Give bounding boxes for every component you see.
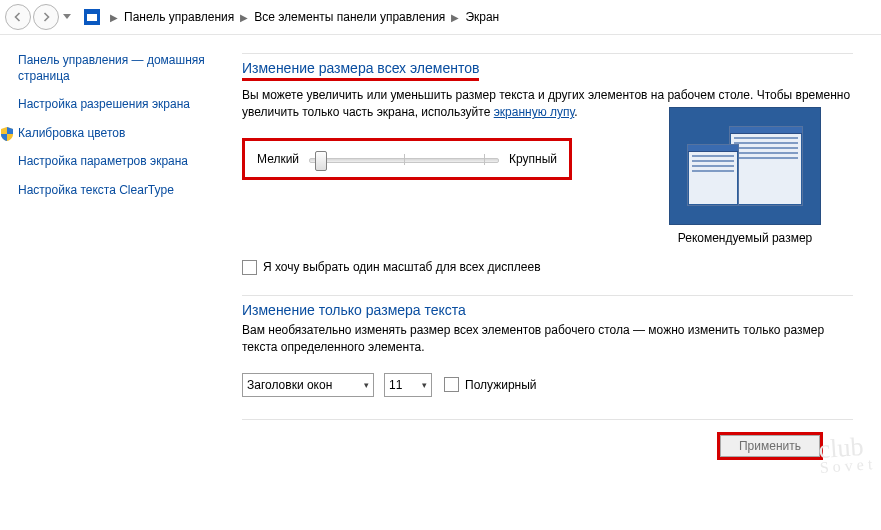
breadcrumb-item[interactable]: Экран <box>465 10 499 24</box>
slider-min-label: Мелкий <box>257 152 299 166</box>
back-button[interactable] <box>5 4 31 30</box>
slider-max-label: Крупный <box>509 152 557 166</box>
bold-checkbox[interactable] <box>444 377 459 392</box>
magnifier-link[interactable]: экранную лупу <box>494 105 575 119</box>
same-scale-checkbox[interactable] <box>242 260 257 275</box>
breadcrumb-item[interactable]: Панель управления <box>124 10 234 24</box>
chevron-right-icon: ▶ <box>451 12 459 23</box>
breadcrumb-item[interactable]: Все элементы панели управления <box>254 10 445 24</box>
sidebar-item-calibration[interactable]: Калибровка цветов <box>18 126 125 142</box>
preview-label: Рекомендуемый размер <box>669 231 821 245</box>
sidebar-item-display-settings[interactable]: Настройка параметров экрана <box>18 154 218 170</box>
sidebar-item-resolution[interactable]: Настройка разрешения экрана <box>18 97 218 113</box>
bold-label: Полужирный <box>465 378 537 392</box>
main-content: Изменение размера всех элементов Вы може… <box>218 35 881 530</box>
size-slider-container: Мелкий Крупный <box>242 138 572 180</box>
slider-thumb[interactable] <box>315 151 327 171</box>
font-size-select[interactable]: 11▾ <box>384 373 432 397</box>
section2-title: Изменение только размера текста <box>242 302 853 318</box>
chevron-right-icon: ▶ <box>240 12 248 23</box>
chevron-down-icon: ▾ <box>422 380 427 390</box>
chevron-right-icon: ▶ <box>110 12 118 23</box>
section-title: Изменение размера всех элементов <box>242 60 853 81</box>
sidebar-home-link[interactable]: Панель управления — домашняя страница <box>18 53 218 84</box>
apply-row: Применить <box>242 419 853 460</box>
chevron-down-icon: ▾ <box>364 380 369 390</box>
same-scale-row: Я хочу выбрать один масштаб для всех дис… <box>242 260 853 275</box>
sidebar-item-cleartype[interactable]: Настройка текста ClearType <box>18 183 218 199</box>
control-panel-icon <box>84 9 100 25</box>
section2-description: Вам необязательно изменять размер всех э… <box>242 322 853 357</box>
size-slider[interactable] <box>309 150 499 168</box>
shield-icon <box>0 126 15 142</box>
sidebar: Панель управления — домашняя страница На… <box>0 35 218 530</box>
preview-block: Рекомендуемый размер <box>669 107 821 245</box>
breadcrumb-toolbar: ▶ Панель управления ▶ Все элементы панел… <box>0 0 881 35</box>
text-size-controls: Заголовки окон▾ 11▾ Полужирный <box>242 373 853 397</box>
forward-button[interactable] <box>33 4 59 30</box>
apply-button[interactable]: Применить <box>720 435 820 457</box>
element-select[interactable]: Заголовки окон▾ <box>242 373 374 397</box>
preview-image <box>669 107 821 225</box>
same-scale-label: Я хочу выбрать один масштаб для всех дис… <box>263 260 541 274</box>
apply-button-highlight: Применить <box>717 432 823 460</box>
history-dropdown[interactable] <box>60 5 74 29</box>
